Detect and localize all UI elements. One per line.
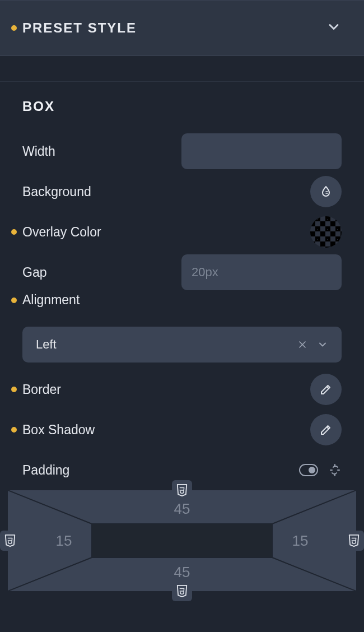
css3-icon xyxy=(176,484,188,497)
modified-indicator-icon xyxy=(11,229,17,235)
css3-icon xyxy=(4,534,16,547)
width-input-combo xyxy=(181,133,342,169)
overlay-color-row: Overlay Color xyxy=(0,212,364,252)
chevron-down-icon xyxy=(317,339,328,350)
unlink-icon[interactable] xyxy=(328,463,342,477)
chevron-down-icon xyxy=(326,19,342,37)
padding-top-input[interactable] xyxy=(165,500,199,518)
pencil-icon xyxy=(319,383,333,396)
padding-toggle[interactable] xyxy=(299,464,318,476)
background-picker-button[interactable] xyxy=(310,176,342,207)
overlay-color-label: Overlay Color xyxy=(22,225,101,240)
background-label: Background xyxy=(22,184,91,199)
section-divider xyxy=(0,56,364,82)
accordion-title: PRESET STYLE xyxy=(22,20,137,36)
box-shadow-row: Box Shadow xyxy=(0,410,364,450)
overlay-color-swatch[interactable] xyxy=(310,216,342,248)
modified-indicator-icon xyxy=(11,387,17,392)
padding-label: Padding xyxy=(22,463,69,478)
padding-right-input[interactable] xyxy=(283,532,317,550)
box-shadow-edit-button[interactable] xyxy=(310,414,342,445)
alignment-label: Alignment xyxy=(22,292,80,308)
width-row: Width xyxy=(0,131,364,171)
gap-row: Gap xyxy=(0,252,364,292)
pencil-icon xyxy=(319,423,333,436)
alignment-dropdown[interactable]: Left xyxy=(22,327,342,363)
alignment-row: Alignment xyxy=(0,292,364,321)
padding-editor-wrap xyxy=(0,490,364,602)
alignment-value: Left xyxy=(36,337,57,352)
gap-input[interactable] xyxy=(181,254,342,290)
modified-indicator-icon xyxy=(11,427,17,433)
css3-icon xyxy=(176,584,188,598)
svg-rect-4 xyxy=(92,524,272,557)
border-label: Border xyxy=(22,382,61,397)
padding-top-unit-button[interactable] xyxy=(172,480,192,500)
padding-editor xyxy=(8,490,356,591)
clear-icon[interactable] xyxy=(297,339,308,350)
css3-icon xyxy=(348,534,360,547)
gap-label: Gap xyxy=(22,265,46,280)
padding-right-unit-button[interactable] xyxy=(344,531,364,551)
preset-style-accordion[interactable]: PRESET STYLE xyxy=(0,0,364,56)
modified-indicator-icon xyxy=(11,25,17,31)
box-section-title: BOX xyxy=(0,99,364,114)
border-edit-button[interactable] xyxy=(310,374,342,405)
padding-bottom-input[interactable] xyxy=(165,564,199,581)
box-panel: BOX Width Background Overlay Color xyxy=(0,82,364,602)
modified-indicator-icon xyxy=(11,298,17,303)
width-label: Width xyxy=(22,144,55,159)
padding-left-input[interactable] xyxy=(47,532,81,550)
droplet-icon xyxy=(319,185,333,198)
box-shadow-label: Box Shadow xyxy=(22,422,95,438)
gap-input-combo xyxy=(181,254,342,290)
padding-bottom-unit-button[interactable] xyxy=(172,581,192,601)
border-row: Border xyxy=(0,369,364,410)
background-row: Background xyxy=(0,171,364,212)
width-input[interactable] xyxy=(181,133,342,169)
padding-left-unit-button[interactable] xyxy=(0,531,20,551)
